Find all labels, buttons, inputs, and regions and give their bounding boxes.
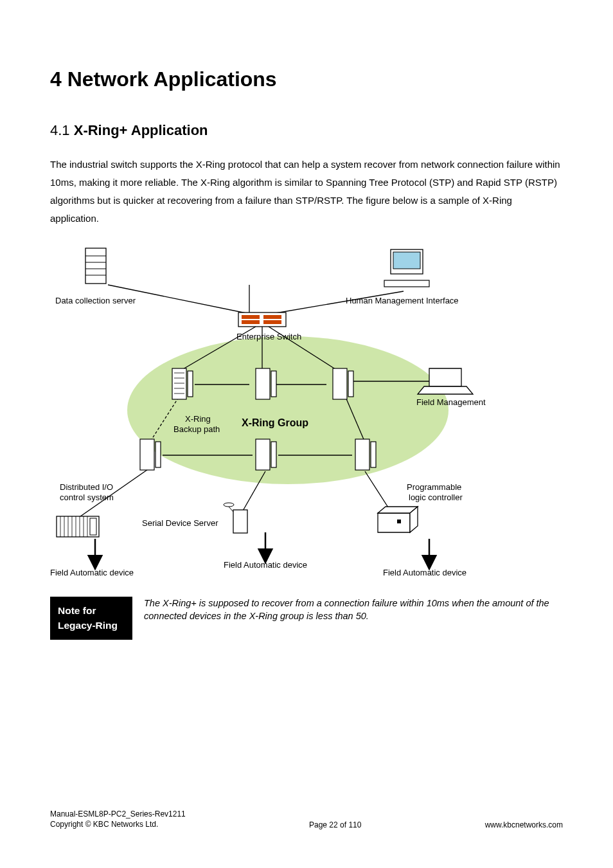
svg-rect-29 [242,315,260,319]
svg-rect-20 [85,248,106,284]
label-serial-device-server: Serial Device Server [142,518,218,529]
svg-rect-40 [155,442,161,467]
note-box: Note for Legacy-Ring [50,597,132,640]
chapter-number: 4 [50,68,62,91]
label-field-management: Field Management [416,397,486,408]
label-xring-backup-1: X-Ring [185,414,211,424]
note-row: Note for Legacy-Ring The X-Ring+ is supp… [50,597,563,640]
label-xring-group: X-Ring Group [242,417,308,429]
section-heading: 4.1 X-Ring+ Application [50,122,563,139]
chapter-heading: 4 Network Applications [50,68,563,91]
label-xring-backup-2: Backup path [173,424,220,435]
label-programmable-1: Programmable [407,482,461,493]
section-number: 4.1 [50,122,70,138]
label-data-collection-server: Data collection server [55,296,136,306]
footer-url: www.kbcnetworks.com [485,820,563,829]
label-field-auto-left: Field Automatic device [50,568,134,578]
svg-rect-60 [233,510,247,533]
label-enterprise-switch: Enterprise Switch [236,332,301,342]
label-hmi: Human Management Interface [346,296,459,306]
svg-point-61 [224,503,234,507]
footer-manual: Manual-ESML8P-PC2_Series-Rev1211 [50,809,186,819]
network-diagram: Data collection server Human Management … [50,243,563,577]
svg-rect-38 [348,371,353,397]
label-distributed-io-2: control system [60,493,114,503]
label-programmable-2: logic controller [409,493,463,503]
svg-rect-31 [242,320,260,324]
svg-rect-63 [397,520,401,523]
page-footer: Manual-ESML8P-PC2_Series-Rev1211 Copyrig… [50,809,563,829]
label-distributed-io-1: Distributed I/O [60,482,113,493]
svg-rect-26 [393,252,420,269]
svg-rect-43 [355,439,369,470]
note-text: The X-Ring+ is supposed to recover from … [144,597,563,622]
svg-rect-27 [384,280,429,287]
svg-rect-39 [140,439,154,470]
note-heading-2: Legacy-Ring [58,618,125,633]
chapter-title: Network Applications [67,68,277,91]
svg-line-62 [229,507,233,512]
svg-rect-30 [263,315,281,319]
footer-page: Page 22 of 110 [186,820,485,829]
svg-rect-59 [90,518,96,535]
svg-rect-35 [256,368,270,399]
svg-rect-44 [371,442,376,467]
svg-rect-34 [188,371,193,397]
footer-copyright: Copyright © KBC Networks Ltd. [50,819,186,829]
svg-rect-28 [238,312,286,327]
svg-rect-36 [271,371,276,397]
svg-rect-32 [263,320,281,324]
note-heading-1: Note for [58,603,125,618]
svg-rect-37 [333,368,347,399]
svg-rect-42 [271,442,276,467]
svg-rect-41 [256,439,270,470]
section-title: X-Ring+ Application [74,122,208,138]
label-field-auto-center: Field Automatic device [224,560,307,570]
body-paragraph: The industrial switch supports the X-Rin… [50,156,563,228]
label-field-auto-right: Field Automatic device [383,568,466,578]
svg-point-0 [127,336,449,484]
